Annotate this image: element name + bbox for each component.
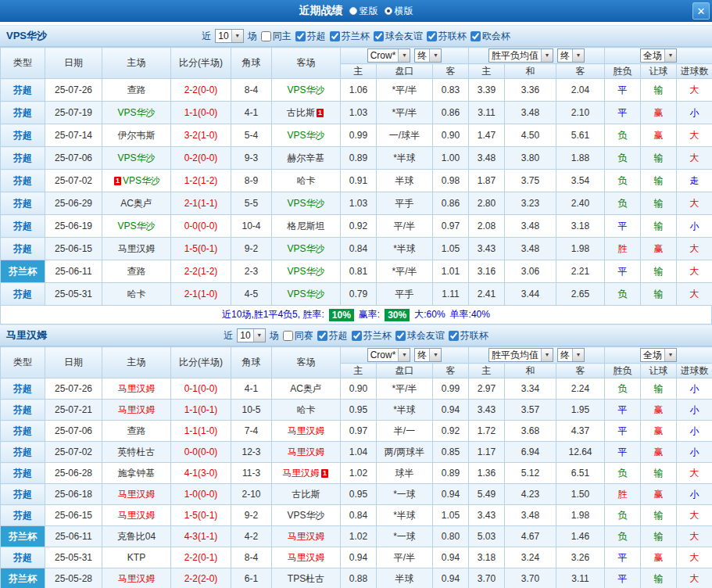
col-away: 客场 (272, 48, 341, 79)
cell-handicap: 半球 (377, 170, 433, 192)
league-filter[interactable]: 芬联杯 (449, 329, 488, 342)
cell-type: 芬超 (1, 147, 45, 170)
cell-result-outcome: 负 (605, 505, 641, 526)
league-checkbox[interactable] (317, 331, 327, 341)
cell-result-handicap: 输 (641, 568, 677, 588)
league-checkbox[interactable] (470, 31, 481, 41)
cell-home-team: 查路 (102, 421, 171, 442)
cell-home-team: AC奥卢 (102, 192, 171, 215)
cell-result-goals: 大 (677, 238, 712, 260)
cell-score: 3-2(1-0) (171, 124, 231, 147)
match-count-select[interactable]: 10 ▼ (215, 29, 243, 43)
league-filter[interactable]: 芬联杯 (427, 30, 467, 43)
cell-avg-away: 5.61 (556, 124, 605, 147)
cell-result-handicap: 输 (641, 170, 677, 192)
avg-odds-select[interactable]: 胜平负均值▼ (488, 48, 553, 63)
league-filter[interactable]: 球会友谊 (374, 30, 423, 43)
cell-handicap: *平/半 (377, 79, 433, 102)
same-venue-checkbox[interactable] (283, 331, 293, 341)
cell-type: 芬超 (1, 505, 45, 526)
league-checkbox[interactable] (330, 31, 340, 41)
cell-result-goals: 大 (677, 283, 712, 306)
cell-result-outcome: 胜 (605, 238, 641, 260)
final-avg-select[interactable]: 终▼ (557, 48, 585, 63)
summary-text: 近10场,胜1平4负5, 胜率: (222, 308, 324, 321)
cell-away-team: VPS华沙 (272, 260, 341, 283)
cell-corners: 9-2 (231, 238, 272, 260)
cell-away-team: 哈卡 (272, 170, 341, 192)
final-odds-select[interactable]: 终▼ (414, 48, 442, 63)
match-row: 芬兰杯25-05-28马里汉姆2-2(2-0)6-1TPS杜古0.88半球0.9… (1, 568, 712, 588)
chevron-down-icon: ▼ (253, 329, 265, 342)
cell-result-handicap: 赢 (641, 484, 677, 505)
cell-odds-home: 0.89 (341, 147, 377, 170)
cell-handicap: 平/半 (377, 215, 433, 238)
radio-horizontal-layout[interactable]: 横版 (385, 5, 413, 18)
cell-home-team: 马里汉姆 (102, 238, 171, 260)
cell-avg-home: 2.80 (469, 192, 505, 215)
final-odds-select[interactable]: 终▼ (414, 348, 442, 362)
cell-result-handicap: 输 (641, 260, 677, 283)
cell-avg-home: 3.43 (469, 400, 505, 421)
league-checkbox[interactable] (449, 331, 459, 341)
cell-result-outcome: 平 (605, 400, 641, 421)
league-filter-group: 芬超芬兰杯球会友谊芬联杯欧会杯 (295, 30, 510, 43)
team-name: 马里汉姆 (282, 468, 320, 479)
league-checkbox[interactable] (395, 331, 406, 341)
close-button[interactable]: ✕ (692, 2, 710, 20)
radio-vertical-layout[interactable]: 竖版 (349, 5, 378, 18)
col-corner: 角球 (231, 48, 272, 79)
cell-avg-home: 5.49 (469, 484, 505, 505)
cell-away-team: 马里汉姆 (272, 547, 341, 568)
league-filter[interactable]: 欧会杯 (470, 30, 510, 43)
cell-avg-home: 3.11 (469, 102, 505, 124)
cell-score: 0-2(0-0) (171, 147, 231, 170)
cell-avg-away: 1.98 (556, 505, 605, 526)
cell-avg-draw: 3.70 (505, 568, 556, 588)
cell-result-handicap: 输 (641, 378, 677, 400)
cell-corners: 8-9 (231, 170, 272, 192)
match-row: 芬超25-07-06查路1-1(1-0)7-4马里汉姆0.97半/一0.921.… (1, 421, 712, 442)
league-filter[interactable]: 球会友谊 (395, 329, 445, 342)
league-filter[interactable]: 芬兰杯 (352, 329, 392, 342)
league-filter[interactable]: 芬兰杯 (330, 30, 370, 43)
league-checkbox[interactable] (352, 331, 362, 341)
league-checkbox[interactable] (427, 31, 437, 41)
league-checkbox[interactable] (374, 31, 384, 41)
cell-odds-away: 0.94 (433, 484, 469, 505)
final-avg-select[interactable]: 终▼ (557, 348, 585, 362)
fulltime-select[interactable]: 全场▼ (640, 48, 677, 63)
cell-avg-home: 1.17 (469, 442, 505, 463)
cell-corners: 10-4 (231, 215, 272, 238)
cell-away-team: VPS华沙 (272, 283, 341, 306)
same-venue-filter[interactable]: 同主 (261, 30, 292, 43)
cell-avg-home: 3.18 (469, 547, 505, 568)
team-name: 马里汉姆 (118, 489, 156, 500)
cell-home-team: VPS华沙 (102, 215, 171, 238)
col-handicap-result: 让球 (641, 364, 677, 378)
cell-handicap: *半球 (377, 238, 433, 260)
team-name: 马里汉姆 (288, 425, 325, 436)
close-icon: ✕ (697, 5, 706, 17)
avg-odds-select[interactable]: 胜平负均值▼ (488, 348, 553, 362)
cell-avg-home: 5.03 (469, 526, 505, 547)
cell-home-team: KTP (102, 547, 171, 568)
fulltime-select[interactable]: 全场▼ (640, 348, 677, 362)
cell-home-team: 伊尔韦斯 (102, 124, 171, 147)
cell-score: 0-0(0-0) (171, 442, 231, 463)
cell-avg-home: 3.70 (469, 568, 505, 588)
match-count-select[interactable]: 10 ▼ (237, 328, 265, 342)
cell-handicap: 一/球半 (377, 124, 433, 147)
cell-odds-home: 0.95 (341, 400, 377, 421)
same-venue-filter[interactable]: 同赛 (283, 329, 313, 342)
match-row: 芬超25-07-26马里汉姆0-1(0-0)4-1AC奥卢0.90*平/半0.9… (1, 378, 712, 400)
league-filter[interactable]: 芬超 (295, 30, 326, 43)
bookmaker-select[interactable]: Crow*▼ (367, 348, 411, 362)
cell-type: 芬超 (1, 170, 45, 192)
league-checkbox[interactable] (295, 31, 306, 41)
same-venue-checkbox[interactable] (261, 31, 271, 41)
col-avg-away: 客 (556, 364, 605, 378)
league-filter[interactable]: 芬超 (317, 329, 348, 342)
bookmaker-select[interactable]: Crow*▼ (367, 48, 411, 63)
cell-odds-home: 0.91 (341, 170, 377, 192)
